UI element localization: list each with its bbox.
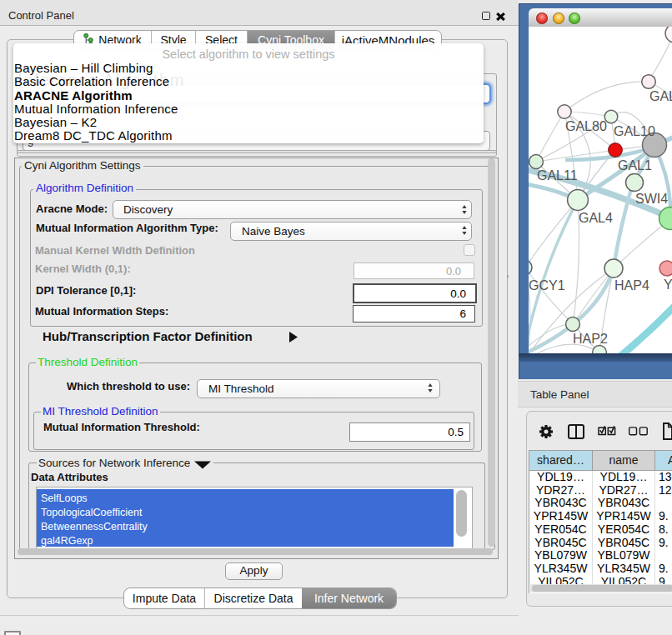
svg-text:YD: YD: [664, 278, 672, 292]
svg-text:SWI4: SWI4: [635, 192, 668, 206]
svg-text:GAL11: GAL11: [537, 168, 578, 182]
svg-text:GAL1: GAL1: [618, 158, 652, 172]
svg-text:HAP4: HAP4: [614, 278, 649, 292]
svg-text:GCY1: GCY1: [529, 278, 565, 292]
svg-text:GAL7: GAL7: [649, 89, 672, 103]
svg-text:GAL4: GAL4: [579, 211, 613, 225]
svg-text:GAL10: GAL10: [614, 124, 655, 138]
svg-text:GAL80: GAL80: [565, 119, 607, 133]
svg-text:HAP2: HAP2: [573, 332, 608, 346]
